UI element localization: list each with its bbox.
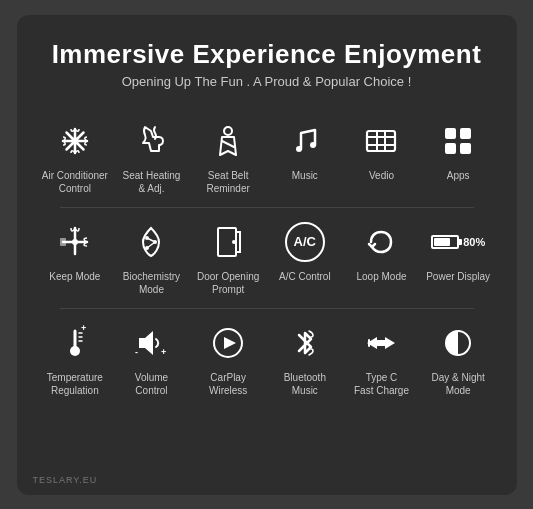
- feature-seat-belt: Seat BeltReminder: [190, 109, 267, 205]
- divider-2: [60, 308, 474, 309]
- page-title: Immersive Experience Enjoyment: [52, 39, 482, 70]
- svg-marker-22: [139, 331, 153, 355]
- seat-belt-label: Seat BeltReminder: [206, 169, 249, 195]
- ac-control-icon: A/C: [283, 220, 327, 264]
- feature-type-c: Type CFast Charge: [343, 311, 420, 407]
- keep-mode-label: Keep Mode: [49, 270, 100, 283]
- loop-mode-icon: [359, 220, 403, 264]
- temperature-label: TemperatureRegulation: [47, 371, 103, 397]
- feature-carplay: CarPlayWireless: [190, 311, 267, 407]
- feature-keep-mode: Keep Mode: [37, 210, 114, 306]
- svg-text:+: +: [81, 325, 86, 333]
- feature-row-2: Keep Mode BiochemistryMode: [37, 210, 497, 306]
- feature-day-night: Day & NightMode: [420, 311, 497, 407]
- svg-point-13: [72, 239, 78, 245]
- temperature-icon: +: [53, 321, 97, 365]
- svg-text:-: -: [135, 347, 138, 357]
- feature-door-opening: Door OpeningPrompt: [190, 210, 267, 306]
- video-label: Vedio: [369, 169, 394, 182]
- door-opening-icon: [206, 220, 250, 264]
- feature-video: Vedio: [343, 109, 420, 205]
- divider-1: [60, 207, 474, 208]
- svg-text:+: +: [161, 347, 166, 357]
- ac-control-circle: A/C: [285, 222, 325, 262]
- video-icon: [359, 119, 403, 163]
- music-label: Music: [292, 169, 318, 182]
- svg-point-1: [224, 127, 232, 135]
- feature-seat-heating: Seat Heating& Adj.: [113, 109, 190, 205]
- feature-apps: Apps: [420, 109, 497, 205]
- ac-control-label: A/C Control: [279, 270, 331, 283]
- music-icon: [283, 119, 327, 163]
- volume-icon: - +: [129, 321, 173, 365]
- svg-rect-4: [367, 131, 395, 151]
- battery-indicator: 80%: [431, 235, 485, 249]
- type-c-icon: [359, 321, 403, 365]
- air-conditioner-icon: [53, 119, 97, 163]
- feature-temperature: + TemperatureRegulation: [37, 311, 114, 407]
- air-conditioner-label: Air ConditionerControl: [42, 169, 108, 195]
- feature-ac-control: A/C A/C Control: [266, 210, 343, 306]
- svg-rect-11: [445, 143, 456, 154]
- feature-bluetooth: BluetoothMusic: [266, 311, 343, 407]
- battery-icon: [431, 235, 459, 249]
- feature-power-display: 80% Power Display: [420, 210, 497, 306]
- bluetooth-icon: [283, 321, 327, 365]
- day-night-label: Day & NightMode: [431, 371, 484, 397]
- carplay-icon: [206, 321, 250, 365]
- seat-heating-icon: [129, 119, 173, 163]
- apps-icon: [436, 119, 480, 163]
- feature-air-conditioner: Air ConditionerControl: [37, 109, 114, 205]
- svg-rect-9: [445, 128, 456, 139]
- battery-fill: [434, 238, 449, 246]
- feature-music: Music: [266, 109, 343, 205]
- seat-belt-icon: [206, 119, 250, 163]
- feature-row-1: Air ConditionerControl Seat Heating& Adj…: [37, 109, 497, 205]
- main-card: Immersive Experience Enjoyment Opening U…: [17, 15, 517, 495]
- bluetooth-label: BluetoothMusic: [284, 371, 326, 397]
- loop-mode-label: Loop Mode: [356, 270, 406, 283]
- feature-row-3: + TemperatureRegulation - + VolumeContro…: [37, 311, 497, 407]
- door-opening-label: Door OpeningPrompt: [197, 270, 259, 296]
- svg-rect-14: [60, 238, 66, 246]
- battery-percentage: 80%: [463, 236, 485, 248]
- biochemistry-icon: [129, 220, 173, 264]
- svg-point-20: [70, 346, 80, 356]
- feature-volume: - + VolumeControl: [113, 311, 190, 407]
- svg-point-19: [232, 240, 236, 244]
- volume-label: VolumeControl: [135, 371, 168, 397]
- seat-heating-label: Seat Heating& Adj.: [123, 169, 181, 195]
- feature-biochemistry: BiochemistryMode: [113, 210, 190, 306]
- type-c-label: Type CFast Charge: [354, 371, 409, 397]
- svg-point-3: [310, 142, 316, 148]
- page-subtitle: Opening Up The Fun . A Proud & Popular C…: [122, 74, 412, 89]
- svg-rect-10: [460, 128, 471, 139]
- svg-point-0: [72, 138, 78, 144]
- day-night-icon: [436, 321, 480, 365]
- svg-point-2: [296, 146, 302, 152]
- keep-mode-icon: [53, 220, 97, 264]
- power-display-label: Power Display: [426, 270, 490, 283]
- carplay-label: CarPlayWireless: [209, 371, 247, 397]
- watermark: TESLARY.EU: [33, 475, 98, 485]
- svg-marker-26: [224, 337, 236, 349]
- biochemistry-label: BiochemistryMode: [123, 270, 180, 296]
- svg-rect-12: [460, 143, 471, 154]
- power-display-icon: 80%: [436, 220, 480, 264]
- apps-label: Apps: [447, 169, 470, 182]
- feature-loop-mode: Loop Mode: [343, 210, 420, 306]
